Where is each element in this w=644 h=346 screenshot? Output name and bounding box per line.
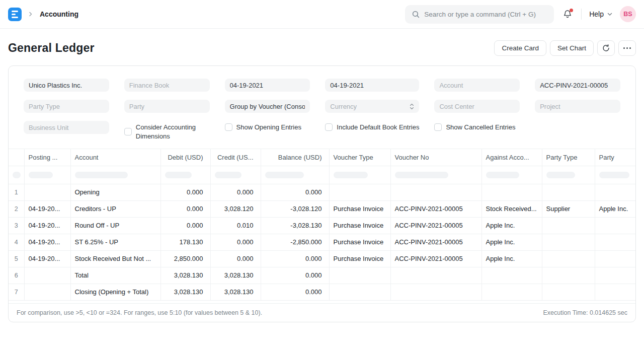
cell-voucher-no[interactable]: ACC-PINV-2021-00005: [390, 234, 481, 250]
cell-voucher-no[interactable]: [390, 267, 481, 284]
checkbox-show-opening-entries[interactable]: Show Opening Entries: [225, 123, 310, 132]
cell-party[interactable]: [595, 217, 635, 234]
breadcrumb-accounting[interactable]: Accounting: [40, 10, 78, 18]
cell-credit[interactable]: 3,028.120: [210, 200, 261, 217]
cell-against-account[interactable]: [481, 284, 542, 300]
cell-balance[interactable]: -3,028.120: [261, 200, 329, 217]
column-filter-input[interactable]: [215, 172, 242, 178]
cell-account[interactable]: Stock Received But Not ...: [70, 250, 160, 267]
cell-voucher-no[interactable]: ACC-PINV-2021-00005: [390, 217, 481, 234]
cell-party[interactable]: [595, 250, 635, 267]
column-filter-cell-row-number[interactable]: [9, 166, 24, 184]
party-filter[interactable]: [124, 100, 210, 113]
column-filter-input[interactable]: [165, 172, 192, 178]
cell-against-account[interactable]: Apple Inc.: [481, 234, 542, 250]
cell-balance[interactable]: -3,028.130: [261, 217, 329, 234]
cell-balance[interactable]: 0.000: [261, 184, 329, 200]
search-input[interactable]: [405, 5, 554, 24]
cell-party-type[interactable]: [542, 217, 595, 234]
column-filter-cell-posting-date[interactable]: [24, 166, 70, 184]
column-header-balance[interactable]: Balance (USD): [261, 149, 329, 166]
finance-book-filter[interactable]: [124, 79, 210, 92]
cell-posting-date[interactable]: [24, 184, 70, 200]
create-card-button[interactable]: Create Card: [494, 40, 546, 56]
column-filter-input[interactable]: [486, 172, 520, 178]
cell-credit[interactable]: 3,028.130: [210, 284, 261, 300]
column-filter-cell-credit[interactable]: [210, 166, 261, 184]
column-filter-input[interactable]: [265, 172, 304, 178]
account-filter[interactable]: [434, 79, 520, 92]
cell-debit[interactable]: 0.000: [160, 184, 210, 200]
cell-party-type[interactable]: [542, 234, 595, 250]
menu-button[interactable]: [618, 40, 636, 56]
column-header-credit[interactable]: Credit (US...: [210, 149, 261, 166]
column-header-voucher-type[interactable]: Voucher Type: [329, 149, 390, 166]
business-unit-filter[interactable]: [24, 121, 109, 134]
project-filter[interactable]: [535, 100, 620, 113]
column-filter-cell-party-type[interactable]: [542, 166, 595, 184]
column-header-posting-date[interactable]: Posting ...: [24, 149, 70, 166]
cell-credit[interactable]: 3,028.130: [210, 267, 261, 284]
cell-debit[interactable]: 0.000: [160, 217, 210, 234]
cell-balance[interactable]: 0.000: [261, 267, 329, 284]
column-filter-cell-debit[interactable]: [160, 166, 210, 184]
cell-voucher-no[interactable]: [390, 184, 481, 200]
from-date-filter[interactable]: [225, 79, 310, 92]
column-header-party-type[interactable]: Party Type: [542, 149, 595, 166]
cell-voucher-type[interactable]: [329, 184, 390, 200]
voucher-no-filter[interactable]: [535, 79, 620, 92]
cell-voucher-no[interactable]: [390, 284, 481, 300]
column-filter-cell-account[interactable]: [70, 166, 160, 184]
column-header-voucher-no[interactable]: Voucher No: [390, 149, 481, 166]
set-chart-button[interactable]: Set Chart: [550, 40, 594, 56]
cell-party-type[interactable]: [542, 284, 595, 300]
cell-party[interactable]: Apple Inc.: [595, 200, 635, 217]
cell-party-type[interactable]: [542, 267, 595, 284]
column-filter-cell-voucher-type[interactable]: [329, 166, 390, 184]
currency-filter[interactable]: Currency: [325, 100, 419, 113]
column-filter-cell-party[interactable]: [595, 166, 635, 184]
cell-debit[interactable]: 2,850.000: [160, 250, 210, 267]
cell-debit[interactable]: 178.130: [160, 234, 210, 250]
cell-voucher-type[interactable]: Purchase Invoice: [329, 250, 390, 267]
column-header-debit[interactable]: Debit (USD): [160, 149, 210, 166]
cell-party-type[interactable]: [542, 184, 595, 200]
column-filter-input[interactable]: [395, 172, 449, 178]
app-logo-icon[interactable]: [8, 8, 22, 21]
cell-party-type[interactable]: [542, 250, 595, 267]
column-filter-input[interactable]: [13, 172, 21, 178]
cell-account[interactable]: Closing (Opening + Total): [70, 284, 160, 300]
cell-balance[interactable]: 0.000: [261, 250, 329, 267]
cell-party[interactable]: [595, 284, 635, 300]
cell-posting-date[interactable]: 04-19-20...: [24, 217, 70, 234]
cell-credit[interactable]: 0.000: [210, 184, 261, 200]
cell-voucher-type[interactable]: Purchase Invoice: [329, 200, 390, 217]
checkbox-show-cancelled-entries[interactable]: Show Cancelled Entries: [434, 123, 520, 132]
column-filter-input[interactable]: [546, 172, 575, 178]
cell-credit[interactable]: 0.000: [210, 234, 261, 250]
cell-against-account[interactable]: [481, 267, 542, 284]
cell-party[interactable]: [595, 267, 635, 284]
cell-party[interactable]: [595, 184, 635, 200]
cell-against-account[interactable]: Apple Inc.: [481, 217, 542, 234]
refresh-button[interactable]: [597, 40, 615, 56]
column-header-against-account[interactable]: Against Acco...: [481, 149, 542, 166]
company-filter[interactable]: [24, 79, 109, 92]
column-filter-input[interactable]: [334, 172, 368, 178]
help-menu[interactable]: Help: [589, 10, 612, 18]
cell-credit[interactable]: 0.010: [210, 217, 261, 234]
cell-posting-date[interactable]: 04-19-20...: [24, 250, 70, 267]
cell-against-account[interactable]: Apple Inc.: [481, 250, 542, 267]
notifications-button[interactable]: [561, 8, 574, 20]
column-filter-cell-voucher-no[interactable]: [390, 166, 481, 184]
cell-posting-date[interactable]: [24, 267, 70, 284]
cell-balance[interactable]: -2,850.000: [261, 234, 329, 250]
column-filter-cell-balance[interactable]: [261, 166, 329, 184]
cell-party-type[interactable]: Supplier: [542, 200, 595, 217]
cell-debit[interactable]: 3,028.130: [160, 284, 210, 300]
cell-party[interactable]: [595, 234, 635, 250]
cell-account[interactable]: ST 6.25% - UP: [70, 234, 160, 250]
column-filter-input[interactable]: [29, 172, 53, 178]
checkbox-consider-accounting-dimensions[interactable]: Consider Accounting Dimensions: [124, 123, 210, 141]
cell-account[interactable]: Opening: [70, 184, 160, 200]
